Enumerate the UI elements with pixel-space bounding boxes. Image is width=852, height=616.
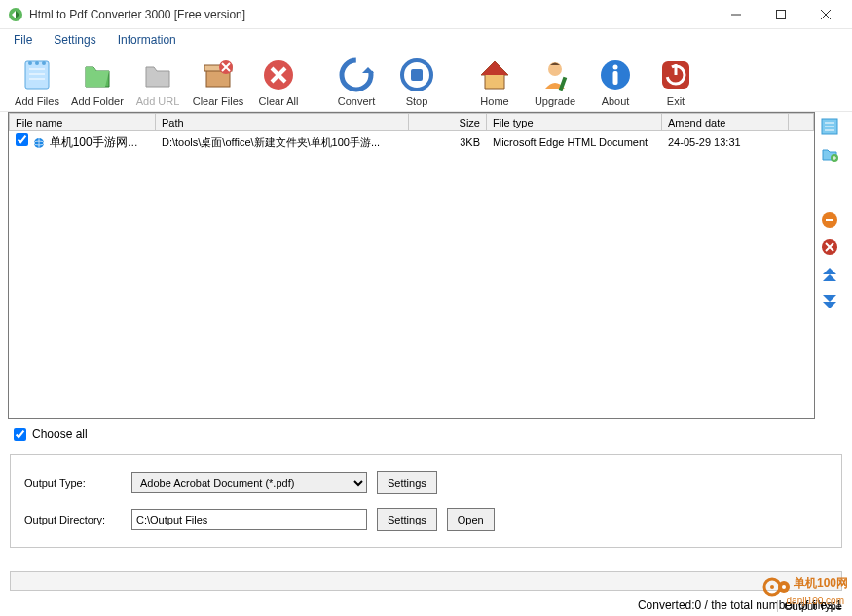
col-filename[interactable]: File name [10, 114, 156, 131]
side-toolbar [815, 112, 844, 419]
svg-rect-30 [613, 71, 618, 85]
cancel-icon [260, 56, 297, 93]
info-icon [597, 56, 634, 93]
list-select-icon[interactable] [821, 118, 838, 135]
move-up-icon[interactable] [821, 266, 838, 283]
svg-point-54 [770, 585, 774, 589]
about-button[interactable]: About [588, 56, 643, 107]
output-dir-open-button[interactable]: Open [447, 508, 495, 531]
folder-add-icon[interactable] [821, 145, 838, 163]
watermark-icon [762, 569, 790, 597]
user-icon [537, 56, 574, 93]
move-down-icon[interactable] [821, 293, 838, 310]
svg-marker-25 [481, 61, 508, 75]
svg-rect-23 [411, 69, 423, 81]
choose-all-label: Choose all [32, 427, 88, 441]
notepad-icon [19, 56, 56, 93]
menu-bar: File Settings Information [0, 29, 852, 51]
svg-point-11 [42, 61, 46, 65]
svg-marker-52 [823, 302, 836, 308]
window-title: Html to Pdf Converter 3000 [Free version… [29, 8, 714, 21]
svg-rect-2 [777, 10, 786, 18]
output-type-settings-button[interactable]: Settings [377, 471, 437, 494]
svg-rect-5 [25, 61, 49, 89]
output-type-label: Output Type: [24, 477, 122, 489]
col-filetype[interactable]: File type [487, 114, 662, 131]
svg-point-29 [613, 65, 618, 70]
clear-files-button[interactable]: Clear Files [191, 56, 245, 107]
choose-all-checkbox[interactable] [14, 428, 26, 441]
app-icon [8, 7, 23, 22]
clear-all-button[interactable]: Clear All [251, 56, 306, 107]
stop-button[interactable]: Stop [389, 56, 444, 107]
remove-icon[interactable] [821, 211, 838, 229]
output-dir-input[interactable] [131, 509, 367, 530]
table-row[interactable]: 单机100手游网下载... D:\tools\桌面\office\新建文件夹\单… [10, 131, 814, 154]
html-file-icon [33, 137, 45, 149]
menu-settings[interactable]: Settings [44, 31, 105, 49]
svg-marker-50 [823, 274, 836, 281]
svg-point-20 [342, 60, 371, 90]
watermark: 单机100网 [762, 569, 848, 597]
svg-point-10 [35, 61, 39, 65]
convert-button[interactable]: Convert [329, 56, 384, 107]
box-x-icon [200, 56, 237, 93]
add-folder-button[interactable]: Add Folder [70, 56, 125, 107]
output-dir-label: Output Directory: [24, 514, 122, 525]
folder-grey-icon [139, 56, 176, 93]
svg-point-9 [28, 61, 32, 65]
progress-bar [10, 571, 842, 591]
output-panel: Output Type: Adobe Acrobat Document (*.p… [10, 454, 842, 548]
add-files-button[interactable]: Add Files [10, 56, 64, 107]
row-checkbox[interactable] [16, 133, 28, 146]
add-url-button[interactable]: Add URL [130, 56, 185, 107]
col-size[interactable]: Size [409, 114, 487, 131]
maximize-button[interactable] [759, 0, 803, 29]
col-amenddate[interactable]: Amend date [662, 114, 789, 131]
minimize-button[interactable] [714, 0, 759, 29]
power-icon [657, 56, 694, 93]
svg-marker-49 [823, 268, 836, 274]
home-icon [476, 56, 513, 93]
title-bar: Html to Pdf Converter 3000 [Free version… [0, 0, 852, 29]
exit-button[interactable]: Exit [648, 56, 703, 107]
toolbar: Add Files Add Folder Add URL Clear Files… [0, 51, 852, 112]
upgrade-button[interactable]: Upgrade [528, 56, 582, 107]
watermark-url: danji100.com [787, 596, 844, 606]
home-button[interactable]: Home [467, 56, 522, 107]
svg-point-56 [782, 585, 786, 589]
convert-icon [338, 56, 375, 93]
svg-marker-21 [362, 67, 374, 73]
folder-green-icon [79, 56, 116, 93]
file-table[interactable]: File name Path Size File type Amend date… [8, 112, 815, 419]
stop-icon [398, 56, 435, 93]
output-dir-settings-button[interactable]: Settings [377, 508, 437, 531]
col-path[interactable]: Path [156, 114, 409, 131]
menu-file[interactable]: File [4, 31, 42, 49]
menu-information[interactable]: Information [108, 31, 186, 49]
svg-rect-27 [559, 77, 568, 91]
close-button[interactable] [803, 0, 848, 29]
svg-marker-51 [823, 295, 836, 302]
delete-icon[interactable] [821, 238, 838, 256]
output-type-select[interactable]: Adobe Acrobat Document (*.pdf) [131, 472, 367, 493]
